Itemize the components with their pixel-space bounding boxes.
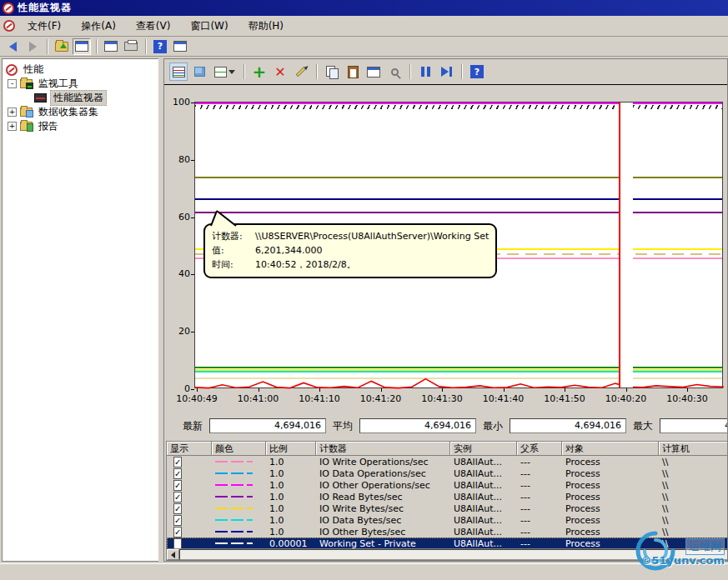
counter-cell: IO Data Bytes/sec (316, 515, 450, 526)
toolbar-divider (316, 64, 317, 79)
x-axis-tick (381, 388, 382, 392)
latest-label: 最新 (183, 419, 203, 433)
freeze-display-button[interactable] (416, 62, 434, 81)
object-cell: Process (562, 468, 659, 479)
properties-button[interactable] (102, 38, 120, 55)
stats-bar: 最新 4,694,016 平均 4,694,016 最小 4,694,016 最… (164, 416, 728, 436)
x-axis-label: 10:41:10 (299, 393, 339, 404)
counter-row[interactable]: ✓1.0IO Other Operations/secU8AllAut...--… (167, 479, 728, 491)
show-checkbox[interactable]: ✓ (173, 492, 182, 502)
column-header-5[interactable]: 实例 (450, 442, 517, 455)
y-axis-label: 40 (165, 268, 190, 279)
add-icon: + (253, 64, 267, 79)
menu-help[interactable]: 帮助(H) (241, 17, 291, 36)
highlight-button[interactable] (292, 62, 310, 81)
expand-toggle[interactable]: + (8, 122, 17, 131)
minimum-value: 4,694,016 (510, 418, 626, 433)
console-tree: 性能 - 监视工具 性能监视器 + 数据收集器集 + 报告 (2, 58, 158, 562)
show-checkbox[interactable]: ✓ (173, 468, 182, 479)
counter-cell: Working Set - Private (316, 538, 450, 549)
monitoring-tools-folder-icon (20, 79, 33, 88)
toolbar-divider (409, 64, 410, 79)
average-value: 4,694,016 (359, 418, 476, 433)
tree-node-performance[interactable]: 性能 (3, 62, 158, 77)
expand-toggle[interactable]: + (8, 108, 17, 117)
computer-cell: \\ (659, 457, 728, 468)
x-axis-label: 10:41:50 (544, 393, 585, 404)
scroll-left-icon (171, 552, 175, 558)
column-header-8[interactable]: 计算机 (659, 442, 728, 455)
column-header-2[interactable]: 颜色 (212, 442, 266, 455)
instance-cell: U8AllAut... (450, 480, 517, 491)
show-checkbox[interactable]: ✓ (173, 515, 182, 526)
counter-row[interactable]: ✓1.0IO Write Operations/secU8AllAut...--… (167, 456, 728, 468)
tree-node-data-collector-sets[interactable]: + 数据收集器集 (3, 105, 158, 119)
tree-node-performance-monitor[interactable]: 性能监视器 (3, 91, 158, 105)
counter-row[interactable]: ✓1.0IO Data Operations/secU8AllAut...---… (167, 468, 728, 479)
maximum-label: 最大 (633, 419, 653, 433)
copy-icon (326, 66, 338, 78)
toolbar-divider (244, 64, 244, 79)
step-forward-icon (441, 67, 452, 77)
toolbar-separator-line (164, 84, 728, 85)
color-swatch (212, 519, 266, 521)
zoom-button[interactable] (385, 62, 404, 81)
show-checkbox[interactable]: ✓ (173, 480, 182, 491)
menu-view[interactable]: 查看(V) (128, 17, 178, 36)
x-axis: 10:40:4910:41:0010:41:1010:41:2010:41:30… (194, 390, 728, 405)
menu-file[interactable]: 文件(F) (20, 17, 68, 36)
watermark-credit: ©51yunv.com (640, 554, 725, 567)
counter-row[interactable]: ✓1.0IO Write Bytes/secU8AllAut...---Proc… (167, 502, 728, 514)
x-axis-label: 10:40:20 (605, 393, 646, 404)
copy-properties-button[interactable] (323, 62, 341, 81)
properties-button-pm[interactable] (364, 62, 383, 81)
view-current-activity-button[interactable] (169, 62, 188, 81)
column-header-7[interactable]: 对象 (562, 442, 659, 455)
show-checkbox[interactable]: ✓ (173, 457, 182, 468)
log-data-icon (194, 67, 205, 77)
paste-counter-list-button[interactable] (344, 62, 362, 81)
collapse-toggle[interactable]: - (8, 79, 17, 88)
add-counters-button[interactable]: + (250, 62, 269, 81)
tree-node-monitoring-tools[interactable]: - 监视工具 (3, 77, 158, 91)
back-button[interactable] (3, 38, 22, 55)
show-console-tree-button[interactable] (73, 38, 91, 55)
view-log-data-button[interactable] (190, 62, 208, 81)
column-header-4[interactable]: 计数器 (316, 442, 450, 455)
column-header-1[interactable]: 显示 (167, 442, 212, 455)
computer-cell: \\ (659, 468, 728, 479)
change-graph-type-button[interactable] (211, 62, 238, 81)
y-axis-label: 60 (165, 212, 190, 222)
column-header-6[interactable]: 父系 (517, 442, 562, 455)
update-data-button[interactable] (437, 62, 455, 81)
scroll-left-button[interactable] (167, 549, 179, 560)
counter-row[interactable]: ✓1.0IO Read Bytes/secU8AllAut...---Proce… (167, 491, 728, 502)
tooltip-counter-label: 计数器: (212, 229, 255, 243)
delete-counter-button[interactable]: ✕ (271, 62, 289, 81)
up-one-level-button[interactable] (53, 38, 71, 55)
show-action-pane-button[interactable] (171, 38, 189, 55)
menu-action[interactable]: 操作(A) (73, 17, 123, 36)
counter-row[interactable]: ✓1.0IO Data Bytes/secU8AllAut...---Proce… (167, 514, 728, 526)
show-checkbox[interactable]: ✓ (173, 538, 182, 549)
counter-cell: IO Write Bytes/sec (316, 503, 450, 514)
scroll-erase-gap (620, 102, 633, 388)
show-checkbox[interactable]: ✓ (173, 503, 182, 514)
export-list-button[interactable] (122, 38, 140, 55)
perfmon-help-button[interactable]: ? (468, 62, 486, 81)
counter-tooltip: 计数器: \\U8SERVER\Process(U8AllAuthServer)… (203, 223, 497, 278)
parent-cell: --- (517, 527, 562, 538)
tree-node-reports[interactable]: + 报告 (3, 119, 158, 133)
paste-icon (348, 66, 359, 78)
help-button[interactable]: ? (151, 38, 169, 55)
performance-monitor-icon (34, 93, 47, 102)
menu-window[interactable]: 窗口(W) (183, 17, 235, 36)
column-header-3[interactable]: 比例 (266, 442, 316, 455)
highlight-pen-icon (296, 67, 307, 78)
printer-icon (124, 42, 138, 51)
tooltip-value: 6,201,344.000 (255, 243, 322, 258)
scale-cell: 1.0 (266, 468, 316, 479)
forward-button[interactable] (23, 38, 42, 55)
show-checkbox[interactable]: ✓ (173, 527, 182, 538)
console-tree-icon (75, 41, 88, 52)
